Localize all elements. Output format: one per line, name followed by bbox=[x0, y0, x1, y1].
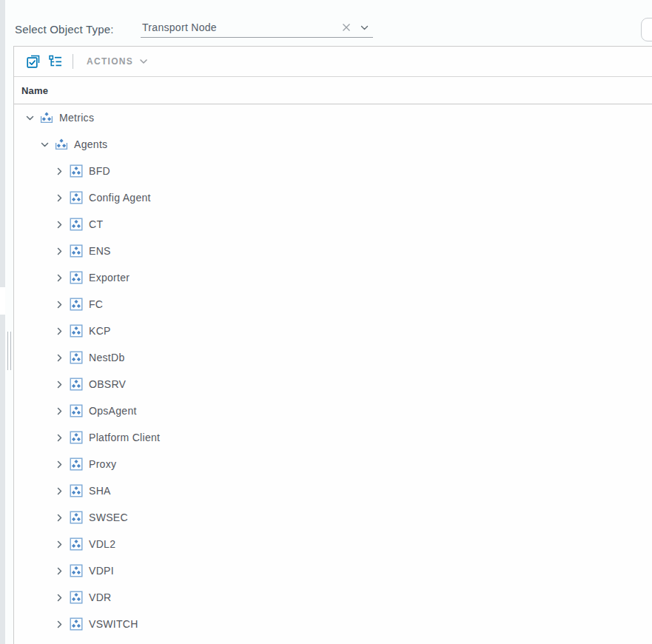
tree-indent bbox=[24, 624, 54, 625]
pane-resize-handle[interactable] bbox=[7, 332, 11, 370]
object-type-combobox[interactable]: Transport Node bbox=[141, 18, 373, 38]
chevron-right-icon[interactable] bbox=[54, 592, 64, 603]
tree-item-label: SHA bbox=[89, 485, 111, 497]
tree-row[interactable]: KCP bbox=[14, 318, 652, 344]
toolbar-separator bbox=[73, 54, 73, 69]
chevron-right-icon[interactable] bbox=[54, 352, 64, 363]
tree-item-label: NestDb bbox=[89, 352, 124, 363]
tree-row[interactable]: BFD bbox=[14, 158, 652, 184]
tree-row[interactable]: Exporter bbox=[14, 264, 652, 291]
tree-item-label: SWSEC bbox=[89, 511, 128, 523]
tree-indent bbox=[24, 491, 54, 492]
tree-item-label: VSWITCH bbox=[89, 618, 138, 630]
tree-indent bbox=[24, 571, 54, 571]
chevron-right-icon[interactable] bbox=[54, 406, 64, 416]
tree-item-label: VDPI bbox=[89, 565, 114, 577]
chevron-down-icon[interactable] bbox=[39, 139, 50, 150]
chevron-right-icon[interactable] bbox=[54, 299, 64, 309]
chevron-right-icon[interactable] bbox=[54, 486, 64, 496]
tree-row[interactable]: SWSEC bbox=[14, 504, 652, 531]
tree-row[interactable]: Metrics bbox=[14, 104, 652, 131]
tree-row[interactable]: VDR bbox=[14, 584, 652, 611]
metric-icon bbox=[69, 564, 84, 577]
chevron-right-icon[interactable] bbox=[54, 326, 64, 336]
metric-icon bbox=[69, 351, 84, 364]
tree-item-label: VDR bbox=[89, 591, 111, 603]
metric-icon bbox=[69, 191, 84, 204]
metric-icon bbox=[69, 298, 84, 311]
tree-indent bbox=[24, 331, 54, 332]
tree-indent bbox=[24, 224, 54, 225]
object-type-value: Transport Node bbox=[141, 21, 340, 33]
tree-indent bbox=[24, 411, 54, 412]
tree-row[interactable]: Platform Client bbox=[14, 424, 652, 451]
chevron-right-icon[interactable] bbox=[54, 512, 64, 523]
actions-button[interactable]: ACTIONS bbox=[81, 52, 154, 71]
metric-icon bbox=[69, 271, 84, 284]
tree-row[interactable]: SHA bbox=[14, 477, 652, 504]
tree-indent bbox=[24, 198, 54, 198]
metric-icon bbox=[69, 404, 84, 417]
metric-group-icon bbox=[39, 111, 54, 124]
name-column-header-label: Name bbox=[21, 85, 48, 96]
tree-item-label: Exporter bbox=[89, 272, 130, 284]
tree-row[interactable]: Proxy bbox=[14, 451, 652, 477]
tree-row[interactable]: FC bbox=[14, 291, 652, 318]
metric-icon bbox=[69, 324, 84, 338]
tree-row[interactable]: OBSRV bbox=[14, 371, 652, 398]
chevron-right-icon[interactable] bbox=[54, 272, 64, 283]
tree-item-label: OBSRV bbox=[89, 378, 126, 390]
metric-icon bbox=[69, 457, 84, 471]
metric-icon bbox=[69, 431, 84, 444]
tree-item-label: KCP bbox=[89, 325, 111, 337]
tree-row[interactable]: Agents bbox=[14, 131, 652, 158]
tree-item-label: CT bbox=[89, 218, 103, 230]
cut-off-button[interactable] bbox=[641, 18, 652, 41]
tree-row[interactable]: OpsAgent bbox=[14, 398, 652, 424]
tree-indent bbox=[24, 278, 54, 278]
chevron-right-icon[interactable] bbox=[54, 192, 64, 203]
tree-row[interactable]: ENS bbox=[14, 238, 652, 264]
tree-row[interactable]: CT bbox=[14, 211, 652, 238]
combobox-chevron-down-icon[interactable] bbox=[358, 21, 370, 33]
select-all-checkbox-icon[interactable] bbox=[24, 52, 43, 71]
rail-notch bbox=[0, 287, 5, 315]
tree-row[interactable]: NestDb bbox=[14, 344, 652, 371]
tree-row[interactable]: VDL2 bbox=[14, 531, 652, 557]
chevron-down-icon[interactable] bbox=[24, 113, 35, 123]
tree-rows: Metrics Agents bbox=[14, 104, 652, 637]
metric-icon bbox=[69, 537, 84, 551]
chevron-right-icon[interactable] bbox=[54, 166, 64, 176]
tree-row[interactable]: Config Agent bbox=[14, 184, 652, 211]
chevron-right-icon[interactable] bbox=[54, 219, 64, 229]
tree-indent bbox=[24, 251, 54, 252]
chevron-right-icon[interactable] bbox=[54, 246, 64, 256]
tree-indent bbox=[24, 358, 54, 358]
chevron-right-icon[interactable] bbox=[54, 379, 64, 389]
tree-indent bbox=[24, 144, 39, 145]
collapsed-pane-rail bbox=[0, 0, 5, 644]
tree-indent bbox=[24, 304, 54, 305]
chevron-right-icon[interactable] bbox=[54, 459, 64, 469]
tree-indent bbox=[24, 597, 54, 598]
chevron-right-icon[interactable] bbox=[54, 619, 64, 629]
chevron-right-icon[interactable] bbox=[54, 432, 64, 443]
tree-row[interactable]: VSWITCH bbox=[14, 611, 652, 637]
tree-item-label: Metrics bbox=[59, 112, 94, 124]
tree-indent bbox=[24, 517, 54, 518]
metric-group-icon bbox=[54, 138, 69, 151]
chevron-right-icon[interactable] bbox=[54, 539, 64, 549]
metric-icon bbox=[69, 511, 84, 524]
clear-selection-icon[interactable] bbox=[340, 21, 353, 34]
tree-item-label: VDL2 bbox=[89, 538, 115, 550]
tree-view-icon[interactable] bbox=[46, 52, 65, 71]
tree-item-label: OpsAgent bbox=[89, 405, 137, 417]
tree-indent bbox=[24, 384, 54, 385]
name-column-header[interactable]: Name bbox=[14, 77, 652, 104]
actions-button-label: ACTIONS bbox=[87, 56, 133, 67]
tree-row[interactable]: VDPI bbox=[14, 557, 652, 584]
metric-icon bbox=[69, 244, 84, 258]
chevron-right-icon[interactable] bbox=[54, 566, 64, 576]
tree-indent bbox=[24, 544, 54, 545]
tree-item-label: Proxy bbox=[89, 458, 116, 470]
